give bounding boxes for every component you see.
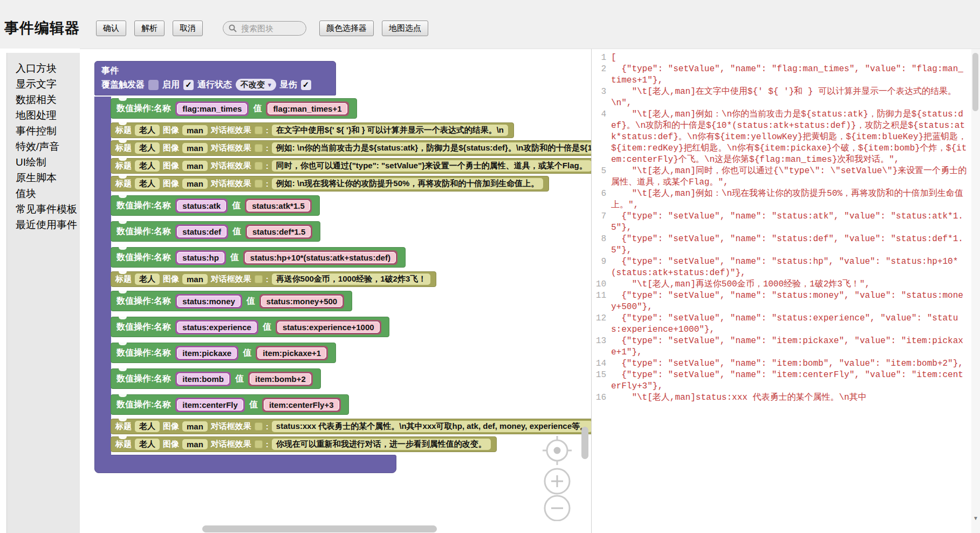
dialog-effect-checkbox[interactable] (255, 440, 263, 448)
code-text[interactable]: {"type": "setValue", "name": "item:picka… (611, 336, 980, 358)
code-text[interactable]: [ (611, 52, 980, 64)
set-value-block[interactable]: 数值操作:名称 status:hp 值 status:hp+10*(status… (111, 247, 406, 268)
image-field[interactable]: man (182, 439, 208, 449)
dialog-effect-checkbox[interactable] (255, 275, 263, 283)
dialog-text-field[interactable]: 例如: \n现在我将让你的攻防提升50%，再将攻防和的十倍加到生命值上。 (272, 178, 544, 189)
blockly-canvas[interactable]: 事件 覆盖触发器 启用 ✓ 通行状态 不改变 ▾ 显伤 ✓ (80, 49, 591, 533)
event-block-header[interactable]: 事件 覆盖触发器 启用 ✓ 通行状态 不改变 ▾ 显伤 ✓ (94, 61, 336, 95)
set-value-block[interactable]: 数值操作:名称 flag:man_times 值 flag:man_times+… (111, 98, 357, 119)
dialog-text-field[interactable]: status:xxx 代表勇士的某个属性。\n其中xxx可取hp, atk, d… (272, 421, 591, 432)
sidebar-category-item[interactable]: 常见事件模板 (16, 201, 80, 217)
search-input[interactable] (240, 23, 299, 33)
set-value-block[interactable]: 数值操作:名称 status:money 值 status:money+500 (111, 291, 352, 311)
dialog-effect-checkbox[interactable] (255, 422, 263, 430)
variable-name-field[interactable]: status:experience (175, 320, 258, 334)
variable-name-field[interactable]: status:money (175, 294, 242, 309)
zoom-in-button[interactable] (545, 469, 570, 494)
speaker-field[interactable]: 老人 (135, 439, 160, 450)
map-select-button[interactable]: 地图选点 (382, 20, 428, 36)
value-expression-field[interactable]: status:atk*1.5 (245, 199, 312, 213)
dialog-text-field[interactable]: 再送你500金币，1000经验，1破2炸3飞！ (272, 274, 430, 285)
sidebar-category-item[interactable]: 地图处理 (16, 107, 80, 123)
set-value-block[interactable]: 数值操作:名称 item:pickaxe 值 item:pickaxe+1 (111, 343, 336, 363)
code-text[interactable]: {"type": "setValue", "name": "flag:man_t… (611, 64, 980, 86)
sidebar-category-item[interactable]: 入口方块 (16, 60, 80, 76)
code-text[interactable]: {"type": "setValue", "name": "status:atk… (611, 211, 980, 234)
sidebar-category-item[interactable]: 最近使用事件 (16, 217, 80, 233)
speaker-field[interactable]: 老人 (135, 160, 160, 172)
set-value-block[interactable]: 数值操作:名称 status:def 值 status:def*1.5 (111, 221, 320, 242)
value-expression-field[interactable]: status:def*1.5 (245, 224, 312, 239)
value-expression-field[interactable]: item:pickaxe+1 (256, 346, 328, 360)
image-field[interactable]: man (182, 125, 208, 135)
image-field[interactable]: man (182, 179, 208, 189)
dialog-text-field[interactable]: 同时，你也可以通过{"type": "setValue"}来设置一个勇士的属性、… (272, 160, 591, 172)
sidebar-category-item[interactable]: 显示文字 (16, 76, 80, 92)
set-value-block[interactable]: 数值操作:名称 status:experience 值 status:exper… (111, 317, 389, 337)
dialog-effect-checkbox[interactable] (255, 180, 263, 188)
code-scrollbar-thumb[interactable] (972, 53, 978, 111)
speaker-field[interactable]: 老人 (135, 178, 160, 189)
value-expression-field[interactable]: item:bomb+2 (248, 372, 313, 386)
code-text[interactable]: {"type": "setValue", "name": "item:cente… (611, 370, 980, 392)
pass-state-dropdown[interactable]: 不改变 ▾ (236, 79, 276, 91)
set-value-block[interactable]: 数值操作:名称 item:centerFly 值 item:centerFly+… (111, 394, 349, 415)
image-field[interactable]: man (182, 161, 208, 171)
dialog-title-block[interactable]: 标题 老人 图像 man 对话框效果 : 在文字中使用${' ${ '}和 } … (111, 122, 514, 138)
dialog-text-field[interactable]: 在文字中使用${' ${ '}和 } 可以计算并显示一个表达式的结果。\n (272, 125, 508, 136)
variable-name-field[interactable]: item:centerFly (175, 398, 245, 412)
search-box[interactable] (223, 21, 306, 36)
canvas-vertical-scrollbar[interactable] (581, 427, 588, 459)
value-expression-field[interactable]: status:money+500 (259, 294, 344, 309)
variable-name-field[interactable]: status:atk (175, 199, 228, 213)
sidebar-category-item[interactable]: 特效/声音 (16, 139, 80, 154)
code-scrollbar[interactable]: ▼ (971, 49, 980, 533)
speaker-field[interactable]: 老人 (135, 274, 160, 285)
parse-button[interactable]: 解析 (134, 20, 165, 36)
dialog-title-block[interactable]: 标题 老人 图像 man 对话框效果 : 例如: \n现在我将让你的攻防提升50… (111, 176, 549, 192)
enable-checkbox[interactable]: ✓ (183, 80, 194, 90)
scroll-down-arrow-icon[interactable]: ▼ (973, 515, 978, 521)
speaker-field[interactable]: 老人 (135, 421, 160, 432)
code-editor[interactable]: 1 [ 2 {"type": "setValue", "name": "flag… (591, 49, 980, 533)
code-text[interactable]: {"type": "setValue", "name": "status:hp"… (611, 256, 980, 279)
code-text[interactable]: "\t[老人,man]再送你500金币，1000经验，1破2炸3飞！", (611, 279, 980, 290)
code-text[interactable]: "\t[老人,man]例如：\n现在我将让你的攻防提升50%，再将攻防和的十倍加… (611, 188, 980, 211)
set-value-block[interactable]: 数值操作:名称 item:bomb 值 item:bomb+2 (111, 368, 321, 389)
sidebar-category-item[interactable]: 值块 (16, 186, 80, 201)
canvas-horizontal-scrollbar[interactable] (202, 525, 437, 532)
dialog-effect-checkbox[interactable] (255, 126, 263, 134)
confirm-button[interactable]: 确认 (96, 20, 126, 36)
speaker-field[interactable]: 老人 (135, 142, 160, 154)
variable-name-field[interactable]: item:bomb (175, 372, 231, 386)
code-text[interactable]: "\t[老人,man]例如：\n你的当前攻击力是${status:atk}，防御… (611, 109, 980, 166)
code-text[interactable]: {"type": "setValue", "name": "item:bomb"… (611, 358, 980, 370)
image-field[interactable]: man (182, 274, 208, 284)
variable-name-field[interactable]: item:pickaxe (175, 346, 238, 360)
sidebar-category-item[interactable]: 原生脚本 (16, 170, 80, 186)
dialog-title-block[interactable]: 标题 老人 图像 man 对话框效果 : status:xxx 代表勇士的某个属… (111, 419, 591, 434)
sidebar-category-item[interactable]: 事件控制 (16, 123, 80, 139)
color-picker-button[interactable]: 颜色选择器 (319, 20, 374, 36)
code-text[interactable]: "\t[老人,man]在文字中使用${' ${ '}和 } 可以计算并显示一个表… (611, 86, 980, 109)
image-field[interactable]: man (182, 421, 208, 432)
dialog-title-block[interactable]: 标题 老人 图像 man 对话框效果 : 你现在可以重新和我进行对话，进一步看到… (111, 436, 497, 452)
value-expression-field[interactable]: flag:man_times+1 (266, 101, 348, 116)
show-damage-checkbox[interactable]: ✓ (301, 80, 311, 90)
code-text[interactable]: "\t[老人,man]status:xxx 代表勇士的某个属性。\n其中 (611, 392, 980, 404)
dialog-text-field[interactable]: 你现在可以重新和我进行对话，进一步看到属性值的改变。 (272, 439, 491, 450)
event-block[interactable]: 事件 覆盖触发器 启用 ✓ 通行状态 不改变 ▾ 显伤 ✓ (94, 61, 591, 473)
image-field[interactable]: man (182, 143, 208, 153)
value-expression-field[interactable]: item:centerFly+3 (262, 398, 341, 412)
sidebar-category-item[interactable]: 数据相关 (16, 92, 80, 107)
sidebar-category-item[interactable]: UI绘制 (16, 154, 80, 170)
cancel-button[interactable]: 取消 (173, 20, 203, 36)
variable-name-field[interactable]: status:def (175, 224, 228, 239)
code-text[interactable]: {"type": "setValue", "name": "status:def… (611, 234, 980, 256)
variable-name-field[interactable]: flag:man_times (175, 101, 249, 116)
override-trigger-checkbox[interactable] (148, 80, 159, 90)
dialog-effect-checkbox[interactable] (255, 144, 263, 152)
code-text[interactable]: {"type": "setValue", "name": "status:exp… (611, 313, 980, 336)
value-expression-field[interactable]: status:hp+10*(status:atk+status:def) (243, 250, 398, 265)
dialog-effect-checkbox[interactable] (255, 162, 263, 170)
